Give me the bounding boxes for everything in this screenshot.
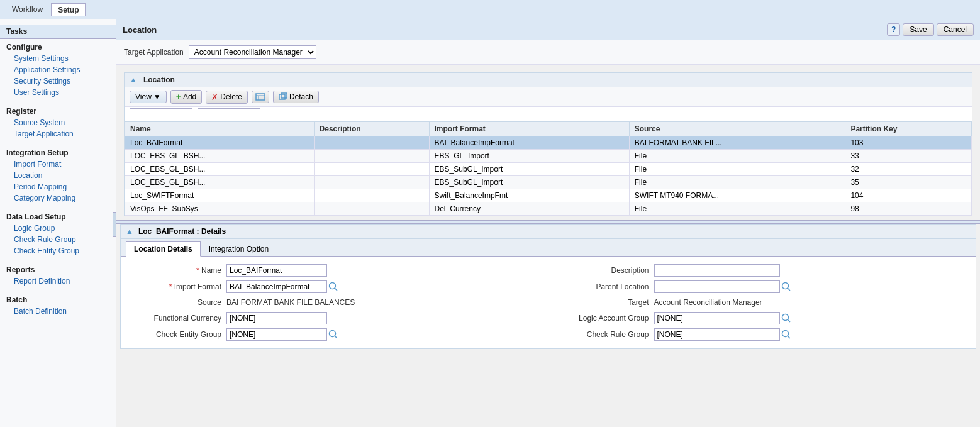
- sidebar-item-source-system[interactable]: Source System: [0, 117, 116, 128]
- sidebar-item-report-definition[interactable]: Report Definition: [0, 275, 116, 287]
- description-input[interactable]: [654, 264, 780, 277]
- details-panel-header: ▲ Loc_BAIFormat : Details: [121, 225, 976, 239]
- parent-location-input[interactable]: [654, 280, 780, 293]
- delete-button[interactable]: ✗ Delete: [206, 91, 248, 104]
- delete-label: Delete: [220, 92, 242, 101]
- help-button[interactable]: ?: [887, 23, 900, 36]
- col-description: Description: [314, 122, 429, 136]
- sidebar-item-category-mapping[interactable]: Category Mapping: [0, 192, 116, 204]
- tab-location-details[interactable]: Location Details: [126, 241, 201, 257]
- filter-name-input[interactable]: [130, 108, 192, 119]
- nav-workflow[interactable]: Workflow: [5, 3, 50, 16]
- target-application-row: Target Application Account Reconciliatio…: [116, 40, 980, 65]
- configure-section-title: Configure: [0, 39, 116, 53]
- sidebar-item-user-settings[interactable]: User Settings: [0, 87, 116, 98]
- field-parent-location: Parent Location: [561, 280, 964, 293]
- location-panel: ▲ Location View ▼ + Add ✗ Delete: [124, 72, 972, 216]
- filter-row: [125, 107, 972, 121]
- sidebar-item-check-rule-group[interactable]: Check Rule Group: [0, 234, 116, 245]
- save-button[interactable]: Save: [903, 23, 933, 36]
- sidebar-item-system-settings[interactable]: System Settings: [0, 53, 116, 64]
- add-button[interactable]: + Add: [170, 90, 203, 104]
- table-row[interactable]: LOC_EBS_GL_BSH...EBS_GL_ImportFile33: [125, 150, 972, 163]
- location-panel-title: Location: [143, 75, 175, 84]
- logic-account-group-search-btn[interactable]: [780, 313, 793, 323]
- logic-account-group-search-icon: [781, 313, 791, 323]
- table-row[interactable]: LOC_EBS_GL_BSH...EBS_SubGL_ImportFile35: [125, 176, 972, 189]
- check-rule-group-input[interactable]: [654, 328, 780, 341]
- sidebar-item-import-format[interactable]: Import Format: [0, 158, 116, 170]
- target-app-label: Target Application: [124, 48, 184, 57]
- svg-line-10: [788, 289, 790, 291]
- cancel-button[interactable]: Cancel: [937, 23, 974, 36]
- check-entity-group-search-btn[interactable]: [327, 330, 340, 340]
- sidebar-item-target-application[interactable]: Target Application: [0, 128, 116, 140]
- nav-setup[interactable]: Setup: [51, 3, 86, 16]
- name-label: Name: [133, 266, 221, 275]
- edit-icon: [255, 92, 265, 101]
- check-rule-group-search-icon: [781, 330, 791, 340]
- check-entity-group-input[interactable]: [226, 328, 327, 341]
- edit-button[interactable]: [252, 91, 269, 103]
- content-area: Location ? Save Cancel Target Applicatio…: [116, 19, 980, 427]
- parent-location-search-icon: [781, 282, 791, 292]
- svg-point-13: [782, 331, 788, 337]
- filter-desc-input[interactable]: [198, 108, 260, 119]
- detach-label: Detach: [289, 92, 313, 101]
- check-entity-group-label: Check Entity Group: [133, 330, 221, 339]
- svg-line-8: [335, 336, 338, 339]
- logic-account-group-input[interactable]: [654, 312, 780, 324]
- sidebar-item-period-mapping[interactable]: Period Mapping: [0, 181, 116, 192]
- location-table-scroll: Name Description Import Format Source Pa…: [125, 121, 972, 216]
- name-input[interactable]: [226, 264, 327, 277]
- field-logic-account-group: Logic Account Group: [561, 312, 964, 324]
- source-value: BAI FORMAT BANK FILE BALANCES: [226, 297, 355, 308]
- table-row[interactable]: LOC_EBS_GL_BSH...EBS_SubGL_ImportFile32: [125, 163, 972, 176]
- page-title: Location: [123, 25, 157, 35]
- search-icon: [328, 282, 338, 292]
- svg-point-7: [330, 331, 336, 337]
- field-check-rule-group: Check Rule Group: [561, 328, 964, 341]
- header-buttons: ? Save Cancel: [887, 23, 974, 36]
- logic-account-group-label: Logic Account Group: [561, 314, 649, 323]
- details-panel-title: Loc_BAIFormat : Details: [138, 227, 226, 236]
- view-button[interactable]: View ▼: [130, 91, 167, 103]
- parent-location-search-btn[interactable]: [780, 282, 793, 292]
- table-row[interactable]: Loc_BAIFormatBAI_BalanceImpFormatBAI FOR…: [125, 136, 972, 150]
- view-dropdown-icon: ▼: [153, 92, 161, 101]
- functional-currency-input[interactable]: [226, 312, 327, 324]
- location-table: Name Description Import Format Source Pa…: [125, 121, 972, 216]
- sidebar-item-location[interactable]: Location: [0, 170, 116, 181]
- sidebar-item-check-entity-group[interactable]: Check Entity Group: [0, 245, 116, 257]
- sidebar-item-logic-group[interactable]: Logic Group: [0, 223, 116, 234]
- table-row[interactable]: Loc_SWIFTFormatSwift_BalanceImpFmtSWIFT …: [125, 189, 972, 202]
- content-header: Location ? Save Cancel: [116, 19, 980, 40]
- details-section: ▲ Loc_BAIFormat : Details Location Detai…: [116, 224, 980, 427]
- detach-button[interactable]: Detach: [273, 91, 319, 103]
- col-source: Source: [629, 122, 845, 136]
- field-name: Name: [133, 264, 536, 277]
- sidebar-item-security-settings[interactable]: Security Settings: [0, 75, 116, 87]
- details-triangle-icon: ▲: [126, 227, 133, 236]
- import-format-search-btn[interactable]: [327, 282, 340, 292]
- sidebar-item-application-settings[interactable]: Application Settings: [0, 64, 116, 75]
- add-label: Add: [183, 92, 196, 101]
- import-format-input[interactable]: [226, 280, 327, 293]
- top-nav: Workflow Setup: [0, 0, 980, 19]
- field-target: Target Account Reconciliation Manager: [561, 297, 964, 308]
- form-right-col: Description Parent Location: [561, 264, 964, 341]
- source-label: Source: [133, 298, 221, 307]
- col-name: Name: [125, 122, 315, 136]
- col-partition-key: Partition Key: [845, 122, 972, 136]
- svg-rect-3: [279, 94, 285, 99]
- view-label: View: [135, 92, 152, 101]
- tab-integration-option[interactable]: Integration Option: [201, 241, 277, 256]
- check-rule-group-search-btn[interactable]: [780, 330, 793, 340]
- table-row[interactable]: VisOps_FF_SubSysDel_CurrencyFile98: [125, 202, 972, 216]
- batch-section-title: Batch: [0, 292, 116, 306]
- check-rule-group-label: Check Rule Group: [561, 330, 649, 339]
- integration-setup-section-title: Integration Setup: [0, 145, 116, 158]
- target-app-select[interactable]: Account Reconciliation Manager: [189, 45, 316, 59]
- parent-location-label: Parent Location: [561, 282, 649, 291]
- sidebar-item-batch-definition[interactable]: Batch Definition: [0, 306, 116, 317]
